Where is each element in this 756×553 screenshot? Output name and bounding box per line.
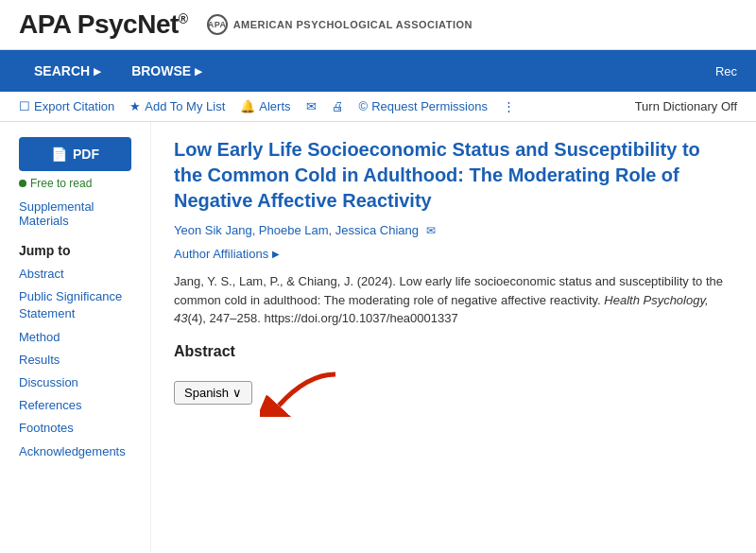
green-dot-icon xyxy=(19,180,26,187)
share-icon: ⋮ xyxy=(503,99,515,113)
jump-link-abstract[interactable]: Abstract xyxy=(19,266,131,283)
jump-link-discussion[interactable]: Discussion xyxy=(19,374,131,391)
turn-dictionary-button[interactable]: Turn Dictionary Off xyxy=(635,99,737,113)
nav-browse[interactable]: BROWSE ▶ xyxy=(116,50,217,92)
abstract-heading: Abstract xyxy=(174,343,733,360)
share-button[interactable]: ⋮ xyxy=(503,99,515,113)
free-to-read-badge: Free to read xyxy=(19,177,131,190)
email-author-icon[interactable]: ✉ xyxy=(426,224,436,237)
bell-icon: 🔔 xyxy=(240,99,255,113)
pdf-icon: 📄 xyxy=(51,147,67,162)
add-to-list-button[interactable]: ★ Add To My List xyxy=(129,99,225,113)
apa-logo: APA AMERICAN PSYCHOLOGICAL ASSOCIATION xyxy=(207,14,472,35)
sidebar: 📄 PDF Free to read Supplemental Material… xyxy=(0,122,151,552)
alerts-button[interactable]: 🔔 Alerts xyxy=(240,99,290,113)
article-title: Low Early Life Socioeconomic Status and … xyxy=(174,137,733,214)
author-affiliations-toggle[interactable]: Author Affiliations ▶ xyxy=(174,247,733,261)
site-header: APA PsycNet® APA AMERICAN PSYCHOLOGICAL … xyxy=(0,0,756,50)
print-icon: 🖨 xyxy=(332,99,344,113)
jump-link-method[interactable]: Method xyxy=(19,329,131,346)
red-arrow-icon xyxy=(260,370,345,417)
browse-arrow-icon: ▶ xyxy=(195,66,202,77)
export-citation-button[interactable]: ☐ Export Citation xyxy=(19,99,114,113)
spanish-dropdown[interactable]: Spanish ∨ xyxy=(174,381,252,405)
email-button[interactable]: ✉ xyxy=(306,99,317,113)
affiliations-arrow-icon: ▶ xyxy=(272,249,280,259)
citation-block: Jang, Y. S., Lam, P., & Chiang, J. (2024… xyxy=(174,272,733,328)
jump-link-acknowledgements[interactable]: Acknowledgements xyxy=(19,443,131,460)
jump-link-footnotes[interactable]: Footnotes xyxy=(19,420,131,437)
main-content: 📄 PDF Free to read Supplemental Material… xyxy=(0,122,756,552)
apa-circle-icon: APA xyxy=(207,14,228,35)
supplemental-materials-link[interactable]: Supplemental Materials xyxy=(19,199,131,228)
article-authors: Yeon Sik Jang, Phoebe Lam, Jessica Chian… xyxy=(174,223,733,237)
jump-to-label: Jump to xyxy=(19,243,131,258)
export-icon: ☐ xyxy=(19,99,30,113)
email-icon: ✉ xyxy=(306,99,317,113)
abstract-controls: Spanish ∨ xyxy=(174,370,733,417)
nav-right-text: Rec xyxy=(715,64,737,78)
main-navbar: SEARCH ▶ BROWSE ▶ Rec xyxy=(0,50,756,92)
nav-search[interactable]: SEARCH ▶ xyxy=(19,50,116,92)
copyright-icon: © xyxy=(359,99,369,113)
request-permissions-button[interactable]: © Request Permissions xyxy=(359,99,488,113)
search-arrow-icon: ▶ xyxy=(94,66,101,77)
star-icon: ★ xyxy=(129,99,141,113)
jump-link-references[interactable]: References xyxy=(19,397,131,414)
jump-link-public-significance[interactable]: Public Significance Statement xyxy=(19,288,131,322)
article-content: Low Early Life Socioeconomic Status and … xyxy=(151,122,756,552)
pdf-button[interactable]: 📄 PDF xyxy=(19,137,131,171)
jump-link-results[interactable]: Results xyxy=(19,352,131,369)
site-logo: APA PsycNet® xyxy=(19,9,188,40)
action-toolbar: ☐ Export Citation ★ Add To My List 🔔 Ale… xyxy=(0,92,756,122)
print-button[interactable]: 🖨 xyxy=(332,99,344,113)
